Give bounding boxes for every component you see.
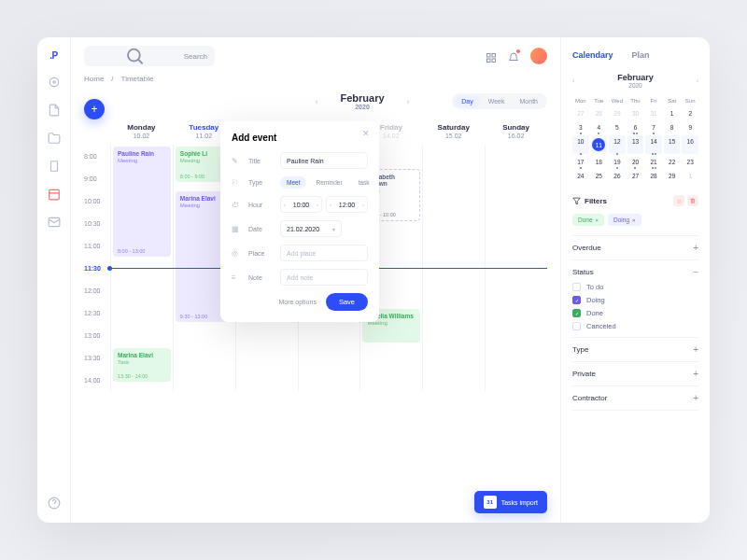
event-card[interactable]: Pauline RainMeeting 8:00 - 13:00 bbox=[113, 147, 171, 257]
hour-from-input[interactable]: ‹10:00› bbox=[280, 196, 322, 213]
bell-icon[interactable] bbox=[508, 50, 519, 62]
close-icon[interactable]: ✕ bbox=[362, 129, 370, 138]
filter-type[interactable]: Type+ bbox=[572, 344, 698, 355]
help-icon[interactable] bbox=[48, 497, 61, 510]
svg-rect-13 bbox=[492, 59, 496, 63]
mini-today: 11 bbox=[592, 138, 605, 151]
type-meet[interactable]: Meet bbox=[280, 176, 306, 189]
google-calendar-icon: 31 bbox=[484, 496, 497, 509]
tasks-import-button[interactable]: 31 Tasks import bbox=[474, 491, 547, 513]
folder-icon[interactable] bbox=[48, 132, 61, 145]
svg-marker-14 bbox=[573, 198, 581, 204]
clock-icon: ⏱ bbox=[232, 201, 241, 209]
document-icon[interactable] bbox=[48, 104, 61, 117]
svg-line-9 bbox=[138, 60, 143, 64]
right-panel: Calendary Plan ‹ February 2020 › MonTueW… bbox=[560, 37, 710, 523]
calendar-icon[interactable] bbox=[48, 188, 61, 201]
filter-icon bbox=[572, 197, 581, 205]
topbar: Search bbox=[71, 37, 560, 75]
view-week[interactable]: Week bbox=[481, 95, 513, 107]
svg-point-0 bbox=[49, 77, 58, 86]
grid-icon[interactable] bbox=[486, 50, 497, 62]
svg-rect-3 bbox=[49, 189, 59, 200]
svg-point-1 bbox=[52, 81, 54, 83]
add-event-modal: ✕ Add event ✎ Title Pauline Rain ⚐ Type … bbox=[220, 121, 379, 322]
tab-plan[interactable]: Plan bbox=[632, 50, 650, 60]
filter-contractor[interactable]: Contractor+ bbox=[572, 393, 698, 403]
plus-icon: + bbox=[693, 369, 698, 379]
svg-rect-10 bbox=[487, 54, 491, 58]
status-doing[interactable]: ✓Doing bbox=[572, 296, 698, 304]
crumb-home[interactable]: Home bbox=[84, 75, 104, 83]
filter-overdue[interactable]: Overdue+ bbox=[572, 243, 698, 253]
dashboard-icon[interactable] bbox=[48, 76, 61, 89]
trash-icon[interactable]: 🗑 bbox=[687, 195, 698, 206]
month-title: February 2020 bbox=[340, 92, 384, 110]
month-header: ‹ February 2020 › Day Week Month bbox=[71, 92, 560, 118]
remove-tag-icon[interactable]: × bbox=[596, 217, 599, 223]
type-task[interactable]: task bbox=[352, 176, 376, 189]
search-input[interactable]: Search bbox=[84, 46, 215, 66]
filter-tags: Done× Doing× bbox=[572, 214, 698, 226]
right-tabs: Calendary Plan bbox=[572, 50, 698, 60]
pencil-icon: ✎ bbox=[232, 157, 241, 165]
status-canceled[interactable]: Canceled bbox=[572, 322, 698, 330]
next-month-icon[interactable]: › bbox=[407, 97, 410, 106]
app-container: .P Search Home / Timetable + bbox=[37, 37, 710, 523]
filters-title: Filters bbox=[572, 197, 607, 205]
mail-icon[interactable] bbox=[48, 216, 61, 229]
status-done[interactable]: ✓Done bbox=[572, 309, 698, 317]
plus-icon: + bbox=[693, 393, 698, 403]
main-panel: Search Home / Timetable + ‹ February 202… bbox=[71, 37, 560, 523]
more-options-link[interactable]: More options bbox=[278, 299, 316, 305]
mini-cal-header: ‹ February 2020 › bbox=[572, 73, 698, 89]
plus-icon: + bbox=[693, 344, 698, 355]
day-monday: Monday10.02 bbox=[110, 118, 173, 145]
tag-icon: ⚐ bbox=[232, 178, 241, 187]
day-saturday: Saturday15.02 bbox=[422, 118, 485, 145]
svg-rect-11 bbox=[492, 54, 496, 58]
date-input[interactable]: 21.02.2020▾ bbox=[280, 220, 342, 237]
note-icon: ≡ bbox=[232, 273, 241, 282]
file-icon[interactable] bbox=[48, 160, 61, 173]
search-placeholder: Search bbox=[184, 52, 207, 61]
place-input[interactable]: Add place bbox=[280, 245, 368, 261]
svg-point-8 bbox=[128, 49, 140, 62]
view-month[interactable]: Month bbox=[513, 95, 545, 107]
mini-next-icon[interactable]: › bbox=[697, 77, 698, 84]
note-input[interactable]: Add note bbox=[280, 269, 368, 286]
title-input[interactable]: Pauline Rain bbox=[280, 152, 368, 169]
search-icon bbox=[92, 46, 178, 66]
mini-calendar: MonTueWedThuFriSatSun 272829303112 34567… bbox=[572, 96, 698, 182]
event-card[interactable]: Marina ElaviTask 13:30 - 14:00 bbox=[113, 348, 171, 382]
prev-month-icon[interactable]: ‹ bbox=[315, 97, 317, 106]
avatar[interactable] bbox=[530, 48, 547, 64]
breadcrumb: Home / Timetable bbox=[71, 75, 560, 92]
logo: .P bbox=[49, 50, 57, 61]
tag-doing[interactable]: Doing× bbox=[608, 214, 641, 226]
time-column: 8:00 9:00 10:00 10:30 11:00 11:30 12:00 … bbox=[84, 145, 110, 391]
sidebar: .P bbox=[37, 37, 71, 523]
hour-to-input[interactable]: ‹12:00› bbox=[326, 196, 368, 213]
day-sunday: Sunday16.02 bbox=[485, 118, 547, 145]
type-reminder[interactable]: Reminder bbox=[309, 176, 348, 189]
filter-private[interactable]: Private+ bbox=[572, 369, 698, 379]
save-button[interactable]: Save bbox=[326, 293, 368, 311]
svg-rect-2 bbox=[50, 161, 57, 172]
view-day[interactable]: Day bbox=[454, 95, 480, 107]
crumb-current: Timetable bbox=[121, 75, 154, 83]
pin-icon: ◎ bbox=[232, 249, 241, 258]
minus-icon: − bbox=[693, 267, 698, 277]
tab-calendary[interactable]: Calendary bbox=[572, 50, 613, 60]
tag-done[interactable]: Done× bbox=[572, 214, 604, 226]
save-filters-icon[interactable]: ⊙ bbox=[673, 195, 684, 206]
notification-dot bbox=[516, 49, 520, 53]
filters-header: Filters ⊙ 🗑 bbox=[572, 195, 698, 206]
plus-icon: + bbox=[693, 243, 698, 253]
modal-title: Add event bbox=[232, 133, 368, 143]
remove-tag-icon[interactable]: × bbox=[632, 217, 636, 223]
view-switch: Day Week Month bbox=[452, 93, 547, 109]
status-todo[interactable]: To do bbox=[572, 283, 698, 291]
filter-accordion: Overdue+ Status− To do ✓Doing ✓Done Canc… bbox=[572, 235, 698, 411]
filter-status[interactable]: Status− bbox=[572, 267, 698, 277]
